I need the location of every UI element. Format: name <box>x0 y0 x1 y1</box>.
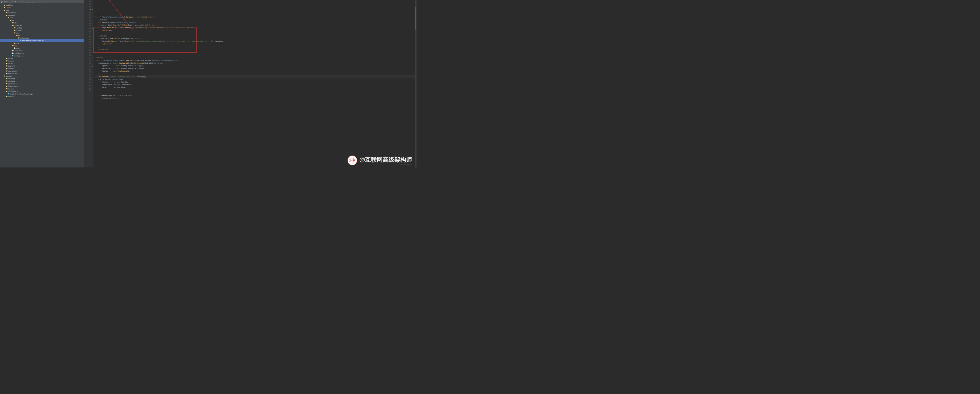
code-line[interactable]: func (l *SendWxMiniSubMessageMq) Consume… <box>94 16 415 18</box>
code-line[interactable]: return err <box>94 43 415 45</box>
tree-item-usercenter[interactable]: ›usercenter <box>0 70 84 72</box>
tree-item-message-go[interactable]: message.go <box>0 54 84 57</box>
tree-item-model[interactable]: ›model <box>0 57 84 60</box>
tree-item-etc[interactable]: ›etc <box>0 22 84 24</box>
tree-item-label: .gitignore <box>14 52 24 54</box>
code-line[interactable]: TemplateID: message.TemplateID, <box>94 83 415 86</box>
code-line[interactable]: return nil <box>94 48 415 51</box>
fold-toggle[interactable]: ▸ <box>92 8 94 11</box>
code-editor[interactable]: 34353637●↑383940414243444546474849505152… <box>84 0 417 167</box>
fold-toggle[interactable]: ▸ <box>92 27 94 30</box>
code-line[interactable] <box>94 92 415 94</box>
code-line[interactable]: if err := json.Unmarshal([]byte(val), &m… <box>94 24 415 26</box>
code-line[interactable]: //执行业务 <box>94 56 415 59</box>
tree-item-mq[interactable]: ⌄mq <box>0 19 84 22</box>
tree-item-mqueue[interactable]: ›mqueue <box>0 59 84 62</box>
code-line[interactable]: logx.WithContext(l.ctx).Error( …: "SendW… <box>94 26 415 29</box>
code-line[interactable]: if len(message.Data) > 0 { //整合数据. <box>94 94 415 97</box>
tree-item-sendWxMiniSubMessage-go[interactable]: sendWxMiniSubMessage.go <box>0 39 84 42</box>
tree-item-cmd[interactable]: ⌄cmd <box>0 16 84 19</box>
tree-item-globalkey[interactable]: ›globalkey <box>0 82 84 85</box>
code-line[interactable]: } <box>94 46 415 48</box>
tree-item-asynqmq[interactable]: ›asynqmq <box>0 77 84 80</box>
tree-item--github[interactable]: ›.github <box>0 4 84 6</box>
fold-toggle <box>92 38 94 41</box>
scrollbar-thumb[interactable] <box>415 7 416 30</box>
code-line[interactable]: var message kqueue.SendWxMiniSubMessage <box>94 21 415 24</box>
go-icon <box>8 93 9 94</box>
code-area[interactable]: }}func (l *SendWxMiniSubMessageMq) Consu… <box>94 0 417 167</box>
code-line[interactable]: } <box>94 89 415 92</box>
editor-scrollbar[interactable] <box>415 0 417 167</box>
tree-item-listen[interactable]: ›listen <box>0 29 84 32</box>
tree-item-identity[interactable]: ›identity <box>0 11 84 14</box>
code-line[interactable]: AppSecret: l.svcCtx.Config.WxMiniConf.Se… <box>94 67 415 70</box>
tree-item-kq[interactable]: ⌄kq <box>0 34 84 37</box>
code-line[interactable]: //解析数据. <box>94 18 415 21</box>
tree-item-svc[interactable]: ›svc <box>0 42 84 44</box>
tree-item-app[interactable]: ⌄app <box>0 9 84 11</box>
tree-item-label: asynqmq <box>8 78 15 79</box>
tree-item-ctxdata[interactable]: ›ctxdata <box>0 80 84 83</box>
code-line[interactable]: miniprogram := wechat.NewWechat().GetMin… <box>94 62 415 64</box>
code-line[interactable]: } <box>94 10 415 13</box>
tree-item--air-toml[interactable]: .air.toml <box>0 49 84 52</box>
code-line[interactable]: Page: message.Page, <box>94 86 415 89</box>
tree-item-middleware[interactable]: ⌄middleware <box>0 90 84 93</box>
tree-item-kqueue[interactable]: ›kqueue <box>0 87 84 90</box>
fold-toggle[interactable]: ▸ <box>92 52 94 54</box>
code-line[interactable]: func (l *SendWxMiniSubMessageMq) execSer… <box>94 59 415 62</box>
tree-item-label: .idea <box>6 7 11 8</box>
tree-item-label: order <box>8 62 13 64</box>
code-line[interactable]: Cache: cache.NewMemory(), <box>94 70 415 72</box>
file-tree[interactable]: ›.github›.idea⌄app›identity⌄message⌄cmd⌄… <box>0 3 84 98</box>
tree-item-interceptor[interactable]: ›interceptor <box>0 85 84 87</box>
tree-item-config[interactable]: ›config <box>0 27 84 29</box>
line-number: 39 <box>85 14 91 16</box>
code-line[interactable]: AppID: l.svcCtx.Config.WxMiniConf.AppId, <box>94 64 415 67</box>
tree-item-README-md[interactable]: README.md <box>0 72 84 75</box>
tree-item-message[interactable]: ⌄message <box>0 14 84 16</box>
code-line[interactable]: } <box>94 32 415 35</box>
tree-item-result[interactable]: ›result <box>0 95 84 98</box>
code-line[interactable]: msg := &subscribe.Message{ <box>94 78 415 81</box>
code-line[interactable]: }) <box>94 73 415 75</box>
fold-gutter[interactable]: ▸▸▸▸ <box>92 0 94 167</box>
line-number-gutter: 34353637●↑383940414243444546474849505152… <box>84 0 92 167</box>
folder-icon <box>14 29 16 31</box>
code-line[interactable]: //执行业务 <box>94 35 415 37</box>
code-line[interactable]: if err := l.execService(message); err !=… <box>94 37 415 40</box>
fold-toggle <box>92 81 94 84</box>
tree-item--gitignore[interactable]: .gitignore <box>0 52 84 55</box>
code-line[interactable] <box>94 13 415 16</box>
code-line[interactable] <box>94 54 415 56</box>
fold-toggle <box>92 41 94 43</box>
line-number: 55 <box>85 57 91 60</box>
tree-item-tmp[interactable]: ⌄tmp <box>0 44 84 47</box>
tree-item-payment[interactable]: ›payment <box>0 65 84 67</box>
tree-item-travel[interactable]: ›travel <box>0 67 84 70</box>
code-line[interactable]: //key2:val2#color2 <box>94 97 415 100</box>
code-line[interactable]: ToUser: message.Openid, <box>94 81 415 83</box>
code-line[interactable]: logx.WithContext(l.ctx).Error( …: "SendW… <box>94 40 415 43</box>
tree-item-wxMessage[interactable]: ⌄wxMessage <box>0 37 84 40</box>
tree-item-mqs[interactable]: ⌄mqs <box>0 32 84 34</box>
tree-item-internal[interactable]: ⌄internal <box>0 24 84 27</box>
tree-item-order[interactable]: ›order <box>0 62 84 65</box>
tree-item--idea[interactable]: ›.idea <box>0 6 84 9</box>
fold-toggle <box>92 30 94 32</box>
code-line[interactable]: } <box>94 8 415 10</box>
folder-open-icon <box>4 9 6 11</box>
watermark: 头条 @互联网高级架构师 @稀土掘金技术社区 <box>347 156 412 165</box>
code-line[interactable]: fmt.Printf( format: "message :%+v \n\n",… <box>94 75 415 78</box>
tree-item-label: internal <box>14 24 22 26</box>
tree-item-setUidToCtxMiddleware-go[interactable]: setUidToCtxMiddleware.go <box>0 92 84 95</box>
project-sidebar[interactable]: go-zero-looklook ~/Developer/goenv/go-ze… <box>0 0 84 167</box>
line-number: 41 <box>85 19 91 22</box>
code-line[interactable]: return err <box>94 29 415 32</box>
fold-toggle[interactable]: ▸ <box>92 65 94 68</box>
folder-icon <box>4 4 6 6</box>
tree-item-main[interactable]: main <box>0 47 84 49</box>
code-line[interactable]: } <box>94 51 415 54</box>
tree-item-common[interactable]: ⌄common <box>0 75 84 78</box>
